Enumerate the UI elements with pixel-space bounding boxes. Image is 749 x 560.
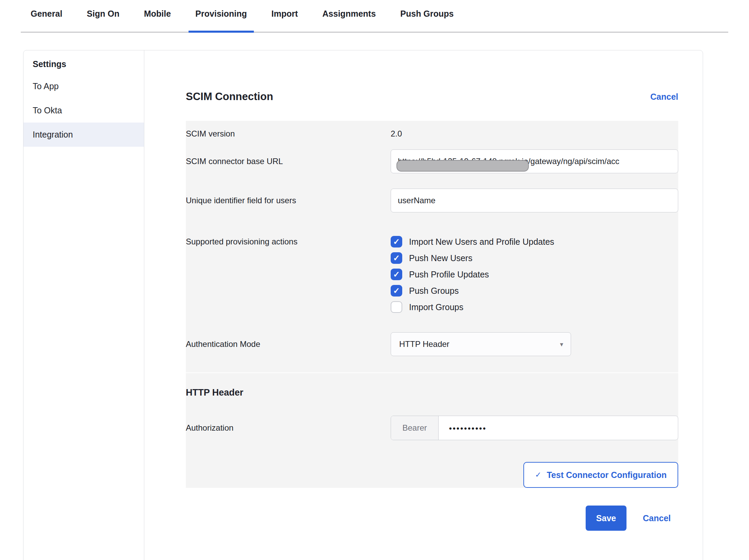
connector-base-url-input[interactable]: https://b5hd-135-19-67-148.ngrok.io/gate…: [391, 149, 678, 173]
authorization-token-input[interactable]: ●●●●●●●●●●: [439, 416, 678, 440]
sidebar-item-to-okta[interactable]: To Okta: [23, 98, 144, 123]
tab-provisioning[interactable]: Provisioning: [195, 9, 247, 32]
provisioning-actions-label: Supported provisioning actions: [186, 234, 391, 315]
option-label: Push Profile Updates: [409, 270, 489, 279]
page-title: SCIM Connection: [186, 91, 273, 103]
http-header-heading: HTTP Header: [186, 387, 678, 398]
authentication-mode-row: Authentication Mode HTTP Header ▾: [186, 332, 678, 356]
tab-general[interactable]: General: [31, 9, 62, 32]
redacted-url-segment: https://b5hd-135-19-67-148.ngrok.io: [398, 157, 528, 166]
section-header: SCIM Connection Cancel: [186, 91, 678, 103]
settings-sidebar: Settings To App To Okta Integration: [23, 50, 144, 560]
option-label: Import New Users and Profile Updates: [409, 237, 554, 247]
connector-base-url-row: SCIM connector base URL https://b5hd-135…: [186, 149, 678, 173]
authorization-row: Authorization Bearer ●●●●●●●●●●: [186, 416, 678, 440]
option-push-new-users[interactable]: Push New Users: [391, 250, 678, 266]
save-button[interactable]: Save: [586, 506, 626, 531]
option-import-new-users[interactable]: Import New Users and Profile Updates: [391, 234, 678, 250]
authorization-label: Authorization: [186, 423, 391, 433]
chevron-down-icon: ▾: [560, 340, 563, 348]
option-label: Push New Users: [409, 253, 472, 263]
scim-connection-section: SCIM Connection Cancel SCIM version 2.0 …: [144, 50, 703, 560]
checkbox-unchecked-icon[interactable]: [391, 301, 402, 313]
checkbox-checked-icon[interactable]: [391, 236, 402, 247]
option-push-profile-updates[interactable]: Push Profile Updates: [391, 266, 678, 283]
authentication-mode-value: HTTP Header: [399, 339, 560, 349]
option-label: Push Groups: [409, 286, 459, 296]
sidebar-heading: Settings: [23, 54, 144, 74]
unique-identifier-label: Unique identifier field for users: [186, 196, 391, 205]
section-divider: [186, 372, 678, 373]
tab-mobile[interactable]: Mobile: [144, 9, 171, 32]
footer-actions: Save Cancel: [186, 506, 678, 531]
scim-version-value: 2.0: [391, 129, 402, 138]
test-connector-configuration-label: Test Connector Configuration: [547, 470, 667, 480]
tab-sign-on[interactable]: Sign On: [87, 9, 119, 32]
provisioning-panel: Settings To App To Okta Integration SCIM…: [23, 50, 703, 560]
scim-connection-form: SCIM version 2.0 SCIM connector base URL…: [186, 121, 678, 488]
unique-identifier-row: Unique identifier field for users: [186, 189, 678, 212]
test-connector-configuration-button[interactable]: ✓ Test Connector Configuration: [523, 462, 678, 488]
checkbox-checked-icon[interactable]: [391, 252, 402, 264]
scim-version-label: SCIM version: [186, 127, 391, 149]
option-import-groups[interactable]: Import Groups: [391, 299, 678, 315]
authentication-mode-label: Authentication Mode: [186, 339, 391, 349]
option-label: Import Groups: [409, 302, 463, 312]
tab-push-groups[interactable]: Push Groups: [400, 9, 454, 32]
checkbox-checked-icon[interactable]: [391, 269, 402, 280]
app-tabs: General Sign On Mobile Provisioning Impo…: [21, 0, 728, 33]
sidebar-item-integration[interactable]: Integration: [23, 123, 144, 147]
test-button-row: ✓ Test Connector Configuration: [186, 462, 678, 488]
scim-version-row: SCIM version 2.0: [186, 121, 678, 149]
visible-url-segment: /gateway/ng/api/scim/acc: [528, 157, 619, 166]
provisioning-actions-row: Supported provisioning actions Import Ne…: [186, 234, 678, 315]
tab-import[interactable]: Import: [272, 9, 298, 32]
unique-identifier-input[interactable]: [391, 189, 678, 212]
check-icon: ✓: [535, 470, 541, 479]
authentication-mode-select[interactable]: HTTP Header ▾: [391, 332, 571, 356]
connector-base-url-label: SCIM connector base URL: [186, 157, 391, 166]
header-cancel-link[interactable]: Cancel: [650, 92, 678, 102]
footer-cancel-link[interactable]: Cancel: [643, 513, 671, 523]
checkbox-checked-icon[interactable]: [391, 285, 402, 297]
option-push-groups[interactable]: Push Groups: [391, 283, 678, 299]
tab-assignments[interactable]: Assignments: [322, 9, 376, 32]
authorization-input-group: Bearer ●●●●●●●●●●: [391, 416, 678, 440]
bearer-prefix: Bearer: [391, 416, 439, 440]
sidebar-item-to-app[interactable]: To App: [23, 74, 144, 98]
